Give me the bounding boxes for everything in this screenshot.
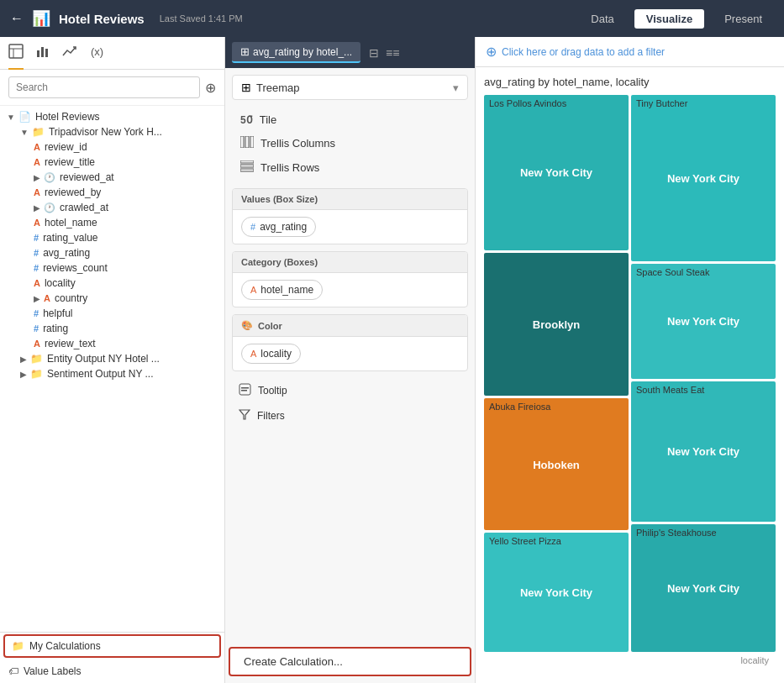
tree-sentiment-output[interactable]: ▶ 📁 Sentiment Output NY ... <box>0 366 224 381</box>
a-icon-color: A <box>250 349 256 359</box>
treemap-cell-hoboken[interactable]: Abuka Fireiosa Hoboken <box>484 398 629 529</box>
main-layout: (x) ⊕ ▼ 📄 Hotel Reviews ▼ 📁 Tripadvisor … <box>0 37 784 683</box>
tree-field-reviewed_at[interactable]: ▶ 🕐 reviewed_at <box>0 170 224 185</box>
tree-field-review_text[interactable]: A review_text <box>0 336 224 351</box>
color-section: 🎨 Color A locality <box>232 314 468 371</box>
category-section-header: Category (Boxes) <box>233 252 467 273</box>
tree-field-hotel_name[interactable]: A hotel_name <box>0 215 224 230</box>
treemap-cell-yello[interactable]: Yello Street Pizza New York City <box>484 533 629 652</box>
svg-rect-4 <box>41 47 44 57</box>
tooltip-label: Tooltip <box>258 385 287 397</box>
tooltip-item[interactable]: Tooltip <box>232 378 468 403</box>
formula-icon[interactable]: (x) <box>89 44 104 62</box>
cell-title-south-meats: South Meats Eat <box>636 385 704 395</box>
center-tabs: ⊞ avg_rating by hotel_... ⊟ ≡≡ <box>225 37 475 68</box>
svg-rect-15 <box>241 390 247 391</box>
tree-tripadvisor[interactable]: ▼ 📁 Tripadvisor New York H... <box>0 124 224 139</box>
last-saved: Last Saved 1:41 PM <box>160 13 243 24</box>
value-labels-label: Value Labels <box>24 665 82 677</box>
present-button[interactable]: Present <box>713 9 774 29</box>
svg-rect-9 <box>250 136 254 148</box>
dropdown-arrow-icon: ▾ <box>453 81 459 94</box>
svg-rect-8 <box>245 136 249 148</box>
left-panel: (x) ⊕ ▼ 📄 Hotel Reviews ▼ 📁 Tripadvisor … <box>0 37 225 683</box>
cell-title-yello: Yello Street Pizza <box>489 536 561 546</box>
svg-rect-13 <box>239 384 250 395</box>
treemap-visualization: Los Pollos Avindos New York City Brookly… <box>484 95 776 652</box>
center-content: ⊞ Treemap ▾ 50̄ Tile Trellis Colum <box>225 68 475 644</box>
value-labels-item[interactable]: 🏷 Value Labels <box>0 659 224 683</box>
filter-bar[interactable]: ⊕ Click here or drag data to add a filte… <box>476 37 784 67</box>
treemap-cell-philips[interactable]: Philip's Steakhouse New York City <box>631 524 776 652</box>
tree-field-country[interactable]: ▶ A country <box>0 291 224 306</box>
treemap-cell-south-meats[interactable]: South Meats Eat New York City <box>631 381 776 522</box>
search-input[interactable] <box>8 76 200 98</box>
back-button[interactable]: ← <box>10 11 24 26</box>
chart-type-selector[interactable]: ⊞ Treemap ▾ <box>232 75 468 100</box>
tile-label: Tile <box>260 113 276 126</box>
table-icon[interactable] <box>8 44 24 62</box>
tree-entity-output[interactable]: ▶ 📁 Entity Output NY Hotel ... <box>0 351 224 366</box>
treemap-cell-tiny-butcher[interactable]: Tiny Butcher New York City <box>631 95 776 261</box>
locality-pill[interactable]: A locality <box>241 344 301 364</box>
tree-field-reviewed_by[interactable]: A reviewed_by <box>0 185 224 200</box>
chart-area: avg_rating by hotel_name, locality Los P… <box>476 67 784 683</box>
chart-footer-label: locality <box>740 655 769 665</box>
chart-tab-label: avg_rating by hotel_... <box>253 46 352 58</box>
chart-type-tile[interactable]: 50̄ Tile <box>232 108 468 131</box>
treemap-cell-los-pollos[interactable]: Los Pollos Avindos New York City <box>484 95 629 250</box>
add-field-button[interactable]: ⊕ <box>205 80 216 96</box>
folder-icon: 📁 <box>12 640 24 652</box>
bottom-items: 📁 My Calculations 🏷 Value Labels <box>0 632 224 683</box>
tree-field-review_id[interactable]: A review_id <box>0 139 224 155</box>
filters-label: Filters <box>257 410 285 422</box>
hotel-name-pill[interactable]: A hotel_name <box>241 280 323 300</box>
svg-rect-11 <box>240 165 254 167</box>
tree-field-locality[interactable]: A locality <box>0 276 224 291</box>
tree-field-avg_rating[interactable]: # avg_rating <box>0 245 224 260</box>
chart-type-trellis-columns[interactable]: Trellis Columns <box>232 131 468 155</box>
settings-tab-icon[interactable]: ≡≡ <box>386 46 399 60</box>
svg-rect-14 <box>241 387 249 389</box>
add-filter-icon: ⊕ <box>486 44 497 60</box>
hotel-name-pill-label: hotel_name <box>260 284 313 296</box>
color-wheel-icon: 🎨 <box>241 320 253 331</box>
trend-icon[interactable] <box>62 44 77 62</box>
svg-marker-16 <box>239 410 250 419</box>
svg-rect-10 <box>240 160 254 163</box>
tag-icon: 🏷 <box>8 665 18 677</box>
cell-title-abuka: Abuka Fireiosa <box>489 402 550 412</box>
chart-type-trellis-rows[interactable]: Trellis Rows <box>232 155 468 180</box>
duplicate-tab-icon[interactable]: ⊟ <box>369 46 379 60</box>
treemap-cell-space-soul[interactable]: Space Soul Steak New York City <box>631 264 776 379</box>
tree-field-review_title[interactable]: A review_title <box>0 155 224 170</box>
visualize-button[interactable]: Visualize <box>634 9 704 29</box>
tree-field-crawled_at[interactable]: ▶ 🕐 crawled_at <box>0 200 224 215</box>
center-panel: ⊞ avg_rating by hotel_... ⊟ ≡≡ ⊞ Treemap… <box>225 37 476 683</box>
filters-item[interactable]: Filters <box>232 403 468 428</box>
tree-field-rating[interactable]: # rating <box>0 321 224 336</box>
cell-title-philips: Philip's Steakhouse <box>636 528 717 538</box>
tree-field-helpful[interactable]: # helpful <box>0 306 224 321</box>
treemap-cell-brooklyn[interactable]: Brooklyn <box>484 253 629 397</box>
svg-rect-7 <box>240 136 244 148</box>
tree-field-rating_value[interactable]: # rating_value <box>0 230 224 245</box>
topbar: ← 📊 Hotel Reviews Last Saved 1:41 PM Dat… <box>0 0 784 37</box>
cell-title-los-pollos: Los Pollos Avindos <box>489 98 566 108</box>
my-calculations-item[interactable]: 📁 My Calculations <box>3 634 221 658</box>
tile-icon: 50̄ <box>240 114 253 126</box>
bar-chart-icon[interactable] <box>35 44 50 62</box>
selected-chart-icon: ⊞ <box>241 81 251 94</box>
trellis-rows-label: Trellis Rows <box>260 161 319 174</box>
data-button[interactable]: Data <box>579 9 625 29</box>
right-panel: ⊕ Click here or drag data to add a filte… <box>476 37 784 683</box>
create-calc-label: Create Calculation... <box>244 655 343 668</box>
svg-rect-0 <box>9 45 23 58</box>
tree-field-reviews_count[interactable]: # reviews_count <box>0 260 224 276</box>
chart-tab-active[interactable]: ⊞ avg_rating by hotel_... <box>232 42 360 63</box>
create-calculation-button[interactable]: Create Calculation... <box>229 647 471 676</box>
hash-icon: # <box>250 222 255 232</box>
category-section: Category (Boxes) A hotel_name <box>232 251 468 307</box>
tree-root[interactable]: ▼ 📄 Hotel Reviews <box>0 109 224 124</box>
avg-rating-pill[interactable]: # avg_rating <box>241 217 316 237</box>
